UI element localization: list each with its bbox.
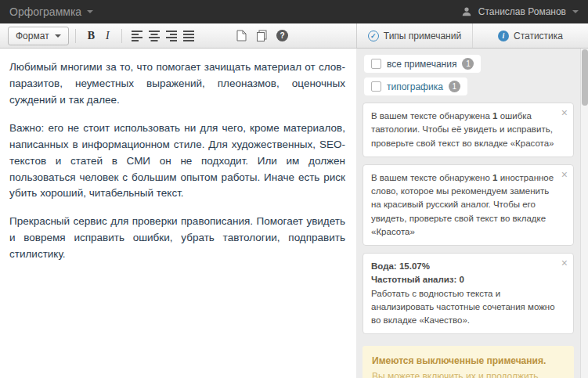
new-document-icon xyxy=(236,30,247,41)
align-center-button[interactable] xyxy=(146,27,163,45)
toolbar-divider xyxy=(121,29,122,43)
new-document-button[interactable] xyxy=(233,27,251,45)
align-left-icon xyxy=(132,31,142,41)
note-filter[interactable]: типографика 1 xyxy=(364,77,467,95)
notification-card: × Вода: 15.07%Частотный анализ: 0Работат… xyxy=(363,253,574,334)
align-justify-button[interactable] xyxy=(180,27,197,45)
user-icon xyxy=(461,6,472,17)
scrollbar-thumb[interactable] xyxy=(582,49,588,106)
align-center-icon xyxy=(149,31,160,41)
editor-paragraph[interactable]: Важно: его не стоит использовать ни для … xyxy=(9,121,345,203)
app-title: Орфограммка xyxy=(9,5,81,18)
card-text: Вода: 15.07%Частотный анализ: 0Работать … xyxy=(371,260,556,327)
card-text: В вашем тексте обнаружено 1 иностранное … xyxy=(371,171,556,239)
warning-title: Имеются выключенные примечания. xyxy=(372,354,565,368)
statistics-label: Статистика xyxy=(514,31,563,41)
align-justify-icon xyxy=(183,31,194,41)
copy-icon xyxy=(256,30,268,41)
card-text: В вашем тексте обнаружена 1 ошибка тавто… xyxy=(371,110,556,150)
italic-button[interactable]: I xyxy=(100,28,115,44)
note-filter[interactable]: все примечания 1 xyxy=(364,55,481,73)
editor-paragraph[interactable]: Любимый многими за то, что помогает зачи… xyxy=(9,59,345,109)
format-dropdown[interactable]: Формат xyxy=(8,27,69,45)
close-icon[interactable]: × xyxy=(561,105,568,121)
notification-card: × В вашем тексте обнаружена 1 ошибка тав… xyxy=(363,103,574,157)
disabled-notes-warning: Имеются выключенные примечания. Вы может… xyxy=(363,346,574,378)
info-icon: i xyxy=(498,31,509,41)
note-types-label: Типы примечаний xyxy=(384,31,461,41)
filter-label: все примечания xyxy=(387,59,456,70)
notification-card: × В вашем тексте обнаружено 1 иностранно… xyxy=(363,164,574,246)
app-menu[interactable]: Орфограммка xyxy=(9,5,93,18)
chevron-down-icon xyxy=(87,10,93,13)
notes-sidebar: все примечания 1 типографика 1 × В вашем… xyxy=(356,49,580,378)
main-area: Любимый многими за то, что помогает зачи… xyxy=(0,49,588,378)
filter-label: типографика xyxy=(387,81,443,92)
format-label: Формат xyxy=(16,31,49,41)
document-actions: ? xyxy=(233,27,291,45)
align-right-icon xyxy=(166,31,177,41)
formatting-toolbar: Формат B I ? xyxy=(0,23,356,48)
align-left-button[interactable] xyxy=(128,27,146,45)
align-right-button[interactable] xyxy=(163,27,180,45)
filters: все примечания 1 типографика 1 xyxy=(363,55,574,95)
chevron-down-icon xyxy=(55,34,61,38)
scrollbar[interactable] xyxy=(580,49,588,378)
close-icon[interactable]: × xyxy=(561,255,568,272)
toolbar: Формат B I ? xyxy=(0,23,588,49)
user-name: Станислав Романов xyxy=(478,6,566,17)
check-circle-icon: ✓ xyxy=(368,31,379,41)
user-menu[interactable]: Станислав Романов xyxy=(461,6,579,17)
help-button[interactable]: ? xyxy=(274,27,291,45)
note-types-button[interactable]: ✓ Типы примечаний xyxy=(357,23,472,48)
help-icon: ? xyxy=(276,30,288,41)
toolbar-divider xyxy=(75,29,76,43)
copy-document-button[interactable] xyxy=(254,27,271,45)
statistics-button[interactable]: i Статистика xyxy=(472,23,588,48)
filter-checkbox[interactable] xyxy=(371,81,381,92)
close-icon[interactable]: × xyxy=(561,167,568,183)
editor-text[interactable]: Любимый многими за то, что помогает зачи… xyxy=(0,49,356,378)
bold-button[interactable]: B xyxy=(82,28,100,44)
topbar: Орфограммка Станислав Романов xyxy=(0,0,588,23)
editor-paragraph[interactable]: Прекрасный сервис для проверки правописа… xyxy=(9,214,345,263)
filter-count-badge: 1 xyxy=(449,81,460,92)
panel-tabs: ✓ Типы примечаний i Статистика xyxy=(356,23,588,48)
filter-checkbox[interactable] xyxy=(371,59,381,69)
chevron-down-icon xyxy=(572,10,579,13)
cards: × В вашем тексте обнаружена 1 ошибка тав… xyxy=(363,103,574,334)
warning-link[interactable]: Вы можете включить их и продолжить работ… xyxy=(372,369,565,378)
filter-count-badge: 1 xyxy=(462,58,474,70)
